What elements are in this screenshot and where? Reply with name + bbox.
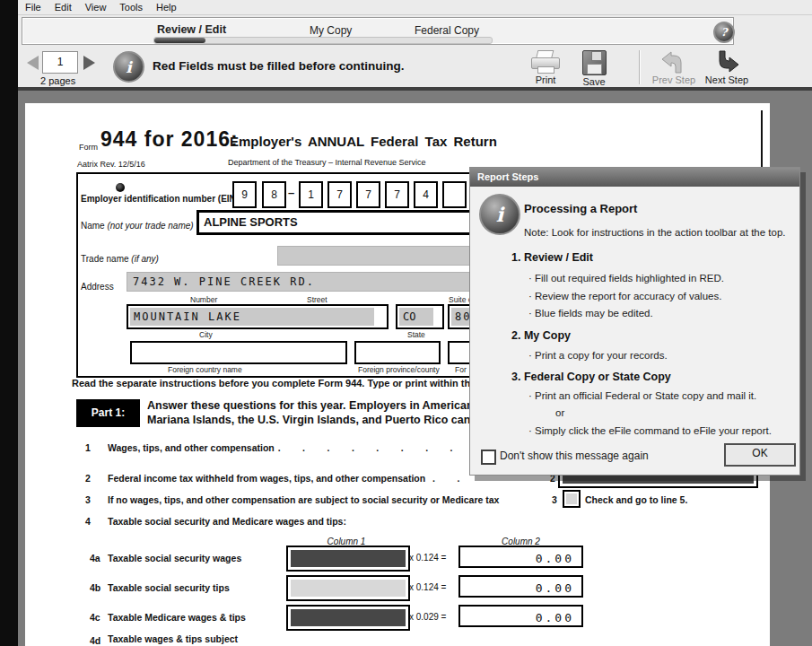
app-window: File Edit View Tools Help Review / Edit … [0,0,812,646]
ein-digit-box-5[interactable]: 7 [356,181,380,208]
next-step-icon [714,50,739,74]
ein-digit-box-3[interactable]: 1 [299,181,323,208]
dialog-title-bar[interactable]: Report Steps [470,168,799,187]
ein-dash: – [288,186,294,199]
line2-number: 2 [85,473,91,484]
dialog-note: Note: Look for instructions in the actio… [524,227,786,238]
toolbar-message-rest: must be filled before continuing. [214,59,404,73]
page-count-label: 2 pages [40,75,75,86]
save-label: Save [582,76,605,87]
next-page-arrow-icon[interactable] [83,56,95,70]
dont-show-label: Don't show this message again [500,450,649,462]
row4d-label: Taxable wages & tips subject [108,633,238,644]
menu-help[interactable]: Help [156,2,177,13]
foreign-country-label: Foreign country name [168,365,242,374]
row4c-col2-field[interactable]: 0.00 [458,605,583,627]
form-title-number: 944 for 2016: [100,127,239,152]
next-step-label: Next Step [705,74,748,85]
dialog-info-icon: i [479,194,520,235]
row4a-col2-field[interactable]: 0.00 [458,546,583,568]
pointer-badge-icon [116,183,125,192]
tab-federal-copy[interactable]: Federal Copy [415,24,479,37]
prev-step-icon [661,50,686,74]
dialog-heading: Processing a Report [524,202,637,215]
menu-view[interactable]: View [85,2,107,13]
ein-digit-box-6[interactable]: 7 [385,181,409,208]
city-field[interactable]: MOUNTAIN LAKE [127,304,389,329]
dialog-step1-bullet3: · Blue fields may be edited. [528,308,653,319]
save-icon [582,50,607,75]
prev-step-button[interactable]: Prev Step [648,50,700,85]
step-tab-bar: Review / Edit My Copy Federal Copy ? [22,17,734,45]
row4c-col1-field[interactable] [286,605,410,631]
form-department: Department of the Treasury – Internal Re… [228,158,426,167]
menu-edit[interactable]: Edit [55,2,72,13]
row4c-label: Taxable Medicare wages & tips [108,612,246,623]
form-title-text: Employer's ANNUAL Federal Tax Return [230,134,497,149]
ein-digit-box-2[interactable]: 8 [262,181,286,208]
line2-text: Federal income tax withheld from wages, … [108,473,469,484]
left-edge-strip [0,0,18,646]
address-label: Address [81,282,114,292]
action-toolbar: 1 2 pages i Red Fields must be filled be… [18,48,812,91]
ein-digit-box-7[interactable]: 4 [414,181,438,208]
info-icon: i [113,51,144,83]
row4b-col1-field[interactable] [286,575,410,601]
toolbar-separator [639,50,640,84]
street-label: Street [307,295,327,304]
foreign-postal-label: For [455,365,467,374]
row4a-multiplier: x 0.124 = [409,553,446,563]
row4b-col2-field[interactable]: 0.00 [458,575,583,598]
step-progress-track [153,37,493,44]
line3-checkbox[interactable] [563,490,581,508]
ein-digit-box-8[interactable] [442,181,467,208]
number-label: Number [190,295,217,304]
state-field[interactable]: CO [396,304,444,329]
row4c-multiplier: x 0.029 = [409,612,446,622]
trade-name-label: Trade name (if any) [81,254,159,264]
line3-number: 3 [85,494,91,505]
dialog-step2-title: 2. My Copy [511,329,571,342]
tab-review-edit[interactable]: Review / Edit [157,23,226,36]
page-number-input[interactable]: 1 [42,51,78,74]
dialog-step3-bullet1: · Print an official Federal or State cop… [528,390,756,401]
line4-number: 4 [85,516,91,527]
ein-label: Employer identification number (EIN) [81,194,239,204]
prev-step-label: Prev Step [652,74,695,85]
line4-text: Taxable social security and Medicare wag… [108,516,346,527]
print-icon [529,50,562,74]
tab-zone: Review / Edit My Copy Federal Copy ? [18,15,812,48]
city-label: City [199,330,213,339]
ein-digit-box-1[interactable]: 9 [232,181,257,208]
dialog-step3-title: 3. Federal Copy or State Copy [511,371,671,383]
help-icon[interactable]: ? [713,22,735,43]
prev-page-arrow-icon[interactable] [27,56,39,70]
foreign-country-field[interactable] [130,341,347,364]
dont-show-checkbox[interactable] [481,450,496,465]
dialog-step1-title: 1. Review / Edit [511,251,593,264]
menu-file[interactable]: File [25,2,41,13]
form-instructions: Read the separate instructions before yo… [72,378,469,388]
next-step-button[interactable]: Next Step [700,50,754,85]
row4b-label: Taxable social security tips [108,582,230,593]
part1-tag: Part 1: [76,399,140,427]
ein-digit-box-4[interactable]: 7 [327,181,352,208]
dialog-step3-or: or [555,407,564,418]
row4c-number: 4c [90,612,100,623]
foreign-province-field[interactable] [354,341,441,364]
tab-my-copy[interactable]: My Copy [310,24,352,37]
line1-number: 1 [85,442,91,453]
part1-text-line2: Mariana Islands, the U.S. Virgin Islands… [147,414,469,426]
name-label: Name (not your trade name) [81,221,194,231]
row4a-label: Taxable social security wages [108,553,241,563]
dialog-step1-bullet2: · Review the report for accuracy of valu… [528,291,721,301]
save-button[interactable]: Save [569,50,619,87]
row4a-col1-field[interactable] [286,546,410,572]
print-button[interactable]: Print [520,50,571,85]
menu-tools[interactable]: Tools [119,2,143,13]
row4a-number: 4a [90,553,100,563]
line3-number-right: 3 [552,494,557,505]
toolbar-message: Red Fields must be filled before continu… [153,59,511,73]
ok-button[interactable]: OK [724,443,796,467]
line3-check-label: Check and go to line 5. [585,494,687,505]
